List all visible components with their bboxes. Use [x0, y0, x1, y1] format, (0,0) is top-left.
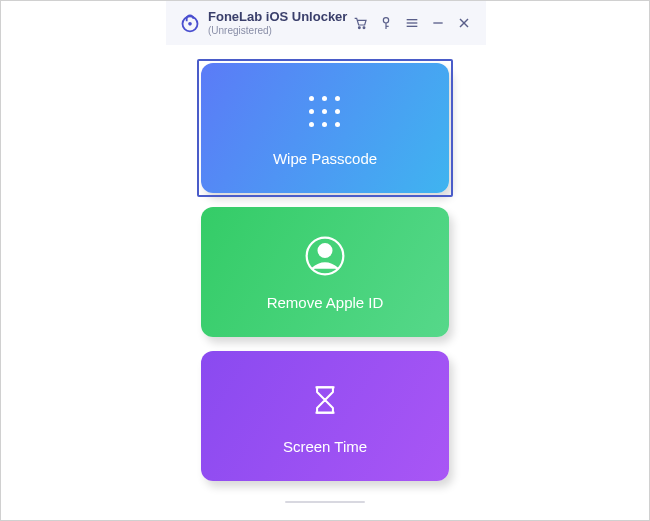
screen-time-label: Screen Time — [283, 438, 367, 455]
menu-icon[interactable] — [404, 15, 420, 31]
svg-point-14 — [319, 244, 332, 257]
svg-point-2 — [358, 27, 360, 29]
minimize-icon[interactable] — [430, 15, 446, 31]
app-logo-icon — [180, 13, 200, 33]
header-toolbar — [352, 15, 472, 31]
wipe-passcode-card[interactable]: Wipe Passcode — [201, 63, 449, 193]
cart-icon[interactable] — [352, 15, 368, 31]
svg-point-1 — [188, 22, 192, 26]
person-circle-icon — [303, 234, 347, 278]
app-header: FoneLab iOS Unlocker (Unregistered) — [166, 1, 486, 45]
remove-apple-id-card[interactable]: Remove Apple ID — [201, 207, 449, 337]
passcode-dots-icon — [309, 90, 341, 134]
bottom-indicator — [285, 501, 365, 503]
main-content: Wipe Passcode Remove Apple ID Screen Tim… — [1, 45, 649, 503]
app-subtitle: (Unregistered) — [208, 25, 352, 36]
close-icon[interactable] — [456, 15, 472, 31]
svg-point-4 — [383, 18, 388, 23]
title-block: FoneLab iOS Unlocker (Unregistered) — [208, 10, 352, 35]
screen-time-card[interactable]: Screen Time — [201, 351, 449, 481]
app-title: FoneLab iOS Unlocker — [208, 10, 352, 24]
hourglass-icon — [306, 378, 344, 422]
key-icon[interactable] — [378, 15, 394, 31]
remove-apple-id-label: Remove Apple ID — [267, 294, 384, 311]
wipe-passcode-label: Wipe Passcode — [273, 150, 377, 167]
svg-point-3 — [363, 27, 365, 29]
